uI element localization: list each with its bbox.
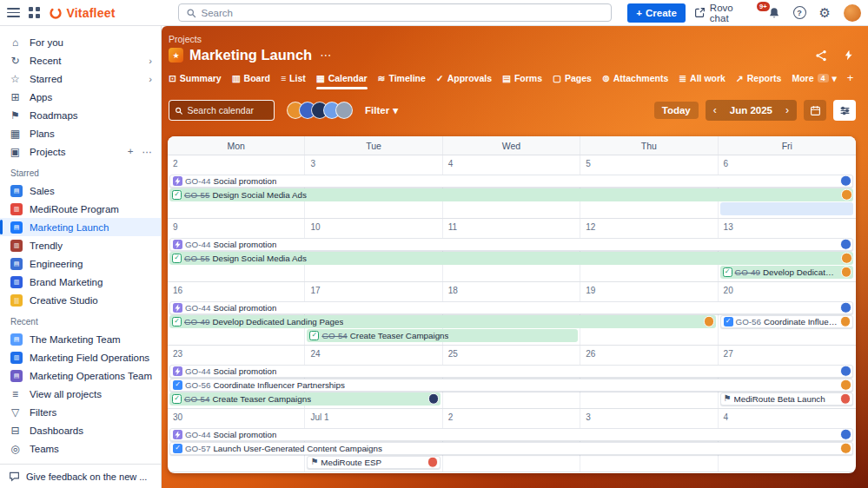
event-title: MediRoute Beta Launch	[734, 394, 825, 404]
calendar-event-go-56[interactable]: ✓GO-56Coordinate Influencer Partnerships	[720, 315, 853, 328]
sidebar-item-recent[interactable]: ↻Recent›	[0, 51, 161, 69]
date-label: 11	[448, 222, 457, 232]
calendar-search-input[interactable]	[188, 105, 268, 115]
sidebar-project-marketing-operations-team[interactable]: ▤Marketing Operations Team	[0, 366, 161, 385]
tab-approvals[interactable]: ✓Approvals	[436, 73, 492, 89]
sidebar-project-creative-studio[interactable]: |||Creative Studio	[0, 291, 161, 309]
breadcrumb[interactable]: Projects	[169, 34, 202, 44]
today-button[interactable]: Today	[654, 102, 699, 119]
event-title: Develop Dedicated Landing Pages	[763, 267, 838, 277]
calendar-event-go-49[interactable]: ✓GO-49Develop Dedicated Landing Pages	[169, 315, 716, 328]
day-header-fri: Fri	[719, 136, 856, 155]
share-icon[interactable]	[815, 49, 827, 62]
filter-button[interactable]: Filter ▾	[365, 104, 398, 116]
calendar-event-go-54[interactable]: ✓GO-54Create Teaser Campaigns	[169, 392, 441, 406]
add-project-icon[interactable]: +	[128, 146, 134, 158]
sidebar-project-marketing-field-operations[interactable]: ▥Marketing Field Operations	[0, 348, 161, 366]
bell-icon	[768, 7, 780, 19]
sidebar-project-engineering[interactable]: ▤Engineering	[0, 254, 161, 273]
more-actions-icon[interactable]: ⋯	[142, 146, 153, 158]
project-tile-icon: ▥	[10, 203, 23, 215]
calendar-event-go-44[interactable]: GO-44Social promotion	[169, 428, 853, 441]
next-month-button[interactable]: ›	[778, 104, 797, 116]
calendar-event-go-44[interactable]: GO-44Social promotion	[169, 301, 853, 314]
calendar-event-go-49[interactable]: ✓GO-49Develop Dedicated Landing Pages	[720, 266, 853, 279]
search-input[interactable]	[202, 8, 605, 18]
tab-label: Reports	[747, 73, 782, 83]
sidebar-item-teams[interactable]: ◎Teams	[0, 439, 161, 458]
project-tile-icon: ▤	[10, 221, 23, 234]
rovo-chat-icon	[694, 7, 706, 18]
user-avatar[interactable]	[335, 102, 353, 119]
tab-timeline[interactable]: ≋Timeline	[378, 73, 426, 89]
item-actions: +⋯	[128, 146, 152, 158]
help-button[interactable]: ?	[793, 6, 806, 19]
calendar-event-go-56[interactable]: ✓GO-56Coordinate Influencer Partnerships	[169, 379, 853, 392]
calendar-event-stub[interactable]	[720, 202, 853, 215]
tab-pages[interactable]: ▢Pages	[553, 73, 592, 89]
tab-forms[interactable]: ▤Forms	[502, 73, 542, 89]
calendar-event-go-57[interactable]: ✓GO-57Launch User-Generated Content Camp…	[169, 442, 853, 455]
sidebar-item-apps[interactable]: ⊞Apps	[0, 88, 161, 106]
create-button[interactable]: +Create	[627, 3, 686, 23]
tab-calendar[interactable]: ▦Calendar	[316, 73, 368, 89]
list-icon: ≡	[9, 388, 22, 400]
sidebar-project-trendly[interactable]: ▥Trendly	[0, 236, 161, 254]
calendar-event-go-44[interactable]: GO-44Social promotion	[169, 238, 853, 251]
sidebar-item-filters[interactable]: ▽Filters	[0, 403, 161, 421]
tab-attachments[interactable]: ⊚Attachments	[602, 73, 668, 89]
notifications-button[interactable]: 9+	[768, 7, 780, 19]
view-settings-button[interactable]	[833, 100, 856, 121]
sidebar-project-mediroute-program[interactable]: ▥MediRoute Program	[0, 200, 161, 218]
app-switcher-icon[interactable]	[29, 7, 40, 18]
sidebar-project-brand-marketing[interactable]: ▥Brand Marketing	[0, 273, 161, 291]
calendar-search[interactable]	[169, 100, 275, 121]
sidebar-item-for-you[interactable]: ⌂For you	[0, 33, 161, 51]
tab-list[interactable]: ≡List	[281, 73, 306, 89]
sidebar-item-starred[interactable]: ☆Starred›	[0, 69, 161, 88]
vitafleet-logo[interactable]: Vitafleet	[49, 6, 116, 20]
feedback-button[interactable]: Give feedback on the new ...	[0, 464, 161, 488]
sidebar-item-label: Filters	[30, 407, 56, 418]
calendar-event-go-55[interactable]: ✓GO-55Design Social Media Ads	[169, 188, 853, 201]
tab-more[interactable]: More4▾	[792, 73, 836, 89]
project-more-menu[interactable]: ⋯	[320, 49, 331, 62]
view-all-projects[interactable]: ≡ View all projects	[0, 385, 161, 403]
tab-reports[interactable]: ↗Reports	[736, 73, 782, 89]
sidebar-item-projects[interactable]: ▣Projects+⋯	[0, 142, 161, 161]
reports-icon: ↗	[736, 73, 744, 83]
sidebar-project-the-marketing-team[interactable]: ▤The Marketing Team	[0, 330, 161, 348]
settings-gear-icon[interactable]: ⚙	[819, 6, 831, 19]
hamburger-menu-icon[interactable]	[7, 8, 20, 17]
sidebar-item-plans[interactable]: ▦Plans	[0, 124, 161, 142]
sidebar-project-sales[interactable]: ▤Sales	[0, 181, 161, 200]
calendar-view-button[interactable]	[804, 100, 826, 121]
tab-summary[interactable]: ⊡Summary	[169, 73, 222, 89]
prev-month-button[interactable]: ‹	[706, 104, 725, 116]
sidebar-project-marketing-launch[interactable]: ▤Marketing Launch	[0, 218, 161, 236]
tab-all-work[interactable]: ≣All work	[679, 73, 726, 89]
tab-label: More	[792, 73, 813, 83]
project-label: Sales	[30, 186, 55, 196]
plus-icon: +	[636, 8, 642, 18]
sidebar-item-dashboards[interactable]: ⊟Dashboards	[0, 421, 161, 439]
calendar-event-go-55[interactable]: ✓GO-55Design Social Media Ads	[169, 252, 853, 265]
tab-label: Calendar	[328, 73, 368, 83]
event-title: Coordinate Influencer Partnerships	[764, 317, 838, 326]
date-label: 17	[310, 286, 320, 295]
sidebar-item-roadmaps[interactable]: ⚑Roadmaps	[0, 106, 161, 124]
calendar-event-go-44[interactable]: GO-44Social promotion	[169, 365, 853, 378]
calendar-toolbar: Filter ▾ Today ‹ Jun 2025 ›	[169, 100, 856, 121]
feedback-bubble-icon	[9, 471, 20, 482]
calendar-event-mediroute-beta-launch[interactable]: ⚑MediRoute Beta Launch	[720, 392, 853, 406]
rovo-chat-button[interactable]: Rovo chat	[694, 3, 755, 23]
calendar-event-go-44[interactable]: GO-44Social promotion	[169, 175, 853, 188]
pages-icon: ▢	[553, 73, 561, 83]
calendar-event-mediroute-esp[interactable]: ⚑MediRoute ESP	[307, 456, 440, 469]
calendar-event-go-54[interactable]: ✓GO-54Create Teaser Campaigns	[307, 329, 578, 342]
add-view-button[interactable]: +	[847, 71, 854, 90]
global-search[interactable]	[178, 3, 613, 22]
user-avatar[interactable]	[844, 4, 861, 22]
automation-lightning-icon[interactable]	[843, 49, 854, 61]
tab-board[interactable]: ▥Board	[232, 73, 270, 89]
